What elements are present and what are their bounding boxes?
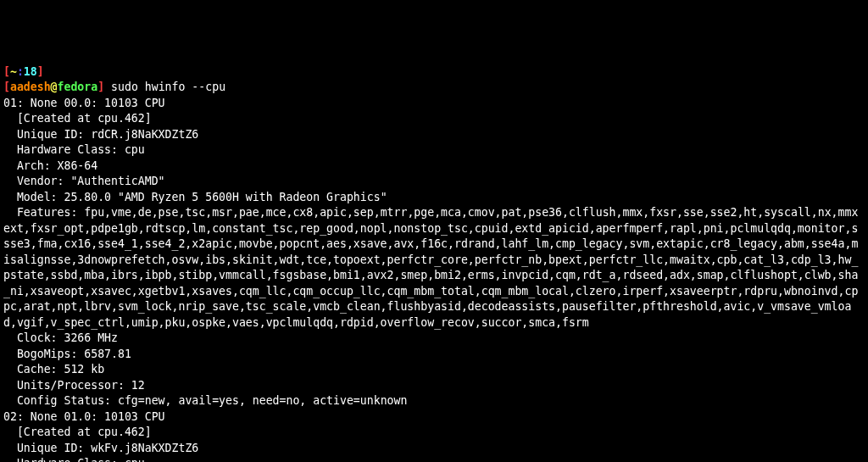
ps1-user: aadesh	[10, 81, 51, 93]
ps1-close2: ]	[97, 81, 104, 93]
output-line: Unique ID: rdCR.j8NaKXDZtZ6	[3, 127, 865, 142]
output-line: 01: None 00.0: 10103 CPU	[3, 96, 865, 111]
ps1-line-1: [~:18]	[3, 64, 865, 80]
ps1-open: [	[3, 65, 10, 78]
ps1-tilde: ~	[10, 65, 17, 78]
ps1-line-2: [aadesh@fedora] sudo hwinfo --cpu	[3, 80, 865, 95]
output-line: Unique ID: wkFv.j8NaKXDZtZ6	[3, 441, 865, 456]
output-line: 02: None 01.0: 10103 CPU	[3, 409, 865, 425]
ps1-dollar	[104, 81, 111, 93]
output-line: Cache: 512 kb	[3, 362, 865, 377]
ps1-close: ]	[37, 65, 44, 78]
output-line: [Created at cpu.462]	[3, 425, 865, 440]
ps1-jobnum: 18	[24, 65, 37, 78]
command-text: sudo hwinfo --cpu	[111, 81, 225, 93]
ps1-open2: [	[3, 81, 10, 93]
output-line: Config Status: cfg=new, avail=yes, need=…	[3, 393, 865, 409]
output-line: Hardware Class: cpu	[3, 456, 865, 462]
output-line: BogoMips: 6587.81	[3, 347, 865, 362]
output-line: Hardware Class: cpu	[3, 142, 865, 158]
output-line: Arch: X86-64	[3, 159, 865, 174]
ps1-colon: :	[17, 65, 24, 78]
ps1-host: fedora	[58, 81, 98, 93]
terminal[interactable]: [~:18][aadesh@fedora] sudo hwinfo --cpu0…	[3, 64, 865, 462]
output-line: Vendor: "AuthenticAMD"	[3, 174, 865, 189]
output-line: Model: 25.80.0 "AMD Ryzen 5 5600H with R…	[3, 190, 865, 205]
output-line: Units/Processor: 12	[3, 378, 865, 393]
ps1-at: @	[51, 81, 58, 93]
output-line: Features: fpu,vme,de,pse,tsc,msr,pae,mce…	[3, 205, 865, 331]
output-line: [Created at cpu.462]	[3, 111, 865, 126]
output-line: Clock: 3266 MHz	[3, 331, 865, 346]
